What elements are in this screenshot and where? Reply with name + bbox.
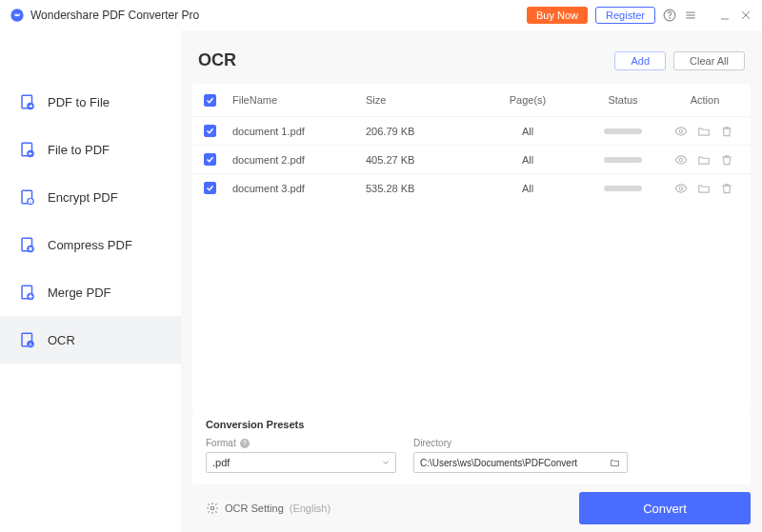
select-all-checkbox[interactable] <box>204 94 216 107</box>
file-table: FileName Size Page(s) Status Action docu… <box>192 84 751 409</box>
sidebar-item-file-to-pdf[interactable]: File to PDF <box>0 126 181 173</box>
file-size: 206.79 KB <box>366 126 480 137</box>
file-status <box>575 157 671 163</box>
app-logo <box>10 8 25 23</box>
ocr-language: (English) <box>290 502 331 514</box>
row-checkbox[interactable] <box>204 125 216 137</box>
svg-point-23 <box>679 129 683 133</box>
app-body: PDF to File File to PDF Encrypt PDF Comp… <box>0 30 762 532</box>
folder-icon[interactable] <box>697 125 711 138</box>
add-button[interactable]: Add <box>614 51 666 70</box>
sidebar-item-compress-pdf[interactable]: Compress PDF <box>0 221 181 268</box>
sidebar: PDF to File File to PDF Encrypt PDF Comp… <box>0 30 181 532</box>
directory-label: Directory <box>413 438 628 448</box>
buy-now-button[interactable]: Buy Now <box>527 7 588 24</box>
col-header-status: Status <box>575 94 671 106</box>
file-status <box>575 186 671 191</box>
svg-text:A: A <box>29 342 32 347</box>
directory-value: C:\Users\ws\Documents\PDFConvert <box>420 458 610 468</box>
preview-icon[interactable] <box>674 153 688 167</box>
svg-point-26 <box>211 506 214 510</box>
ocr-setting-label: OCR Setting <box>225 502 284 514</box>
file-pages[interactable]: All <box>480 183 575 194</box>
sidebar-item-label: Compress PDF <box>48 238 132 252</box>
titlebar: Wondershare PDF Converter Pro Buy Now Re… <box>0 0 762 30</box>
delete-icon[interactable] <box>720 125 733 138</box>
main-header: OCR Add Clear All <box>181 30 762 76</box>
ocr-icon: A <box>19 331 36 348</box>
format-label: Format? <box>206 438 396 448</box>
ocr-setting-link[interactable]: OCR Setting (English) <box>206 502 579 515</box>
register-button[interactable]: Register <box>595 7 655 24</box>
file-name: document 1.pdf <box>232 126 366 137</box>
file-size: 535.28 KB <box>366 183 480 194</box>
close-icon[interactable] <box>739 9 752 22</box>
format-select[interactable]: .pdf <box>206 452 396 473</box>
delete-icon[interactable] <box>720 182 733 195</box>
table-header: FileName Size Page(s) Status Action <box>192 84 751 116</box>
page-title: OCR <box>198 50 607 70</box>
encrypt-pdf-icon <box>19 188 36 206</box>
directory-input[interactable]: C:\Users\ws\Documents\PDFConvert <box>413 452 628 473</box>
preview-icon[interactable] <box>674 182 688 195</box>
sidebar-item-encrypt-pdf[interactable]: Encrypt PDF <box>0 173 181 221</box>
merge-pdf-icon <box>19 284 36 301</box>
clear-all-button[interactable]: Clear All <box>673 51 745 70</box>
file-pages[interactable]: All <box>480 126 575 137</box>
footer: OCR Setting (English) Convert <box>181 484 762 532</box>
sidebar-item-pdf-to-file[interactable]: PDF to File <box>0 78 181 126</box>
file-status <box>575 128 671 134</box>
folder-icon[interactable] <box>697 182 711 195</box>
sidebar-item-ocr[interactable]: A OCR <box>0 316 181 364</box>
file-name: document 2.pdf <box>232 154 366 166</box>
table-row: document 2.pdf405.27 KBAll <box>192 145 751 173</box>
col-header-action: Action <box>671 94 739 106</box>
sidebar-item-label: Encrypt PDF <box>48 190 118 205</box>
file-pages[interactable]: All <box>480 154 575 166</box>
app-title: Wondershare PDF Converter Pro <box>30 9 527 22</box>
help-icon[interactable]: ? <box>240 439 250 448</box>
delete-icon[interactable] <box>720 153 733 167</box>
folder-open-icon <box>610 457 621 468</box>
col-header-size: Size <box>366 94 480 106</box>
col-header-pages: Page(s) <box>480 94 575 106</box>
preview-icon[interactable] <box>674 125 688 138</box>
file-to-pdf-icon <box>19 141 36 158</box>
conversion-presets: Conversion Presets Format? .pdf Director… <box>192 409 751 484</box>
chevron-down-icon <box>382 459 390 466</box>
sidebar-item-label: OCR <box>48 333 75 347</box>
help-icon[interactable] <box>663 9 676 22</box>
minimize-icon[interactable] <box>718 9 732 22</box>
svg-point-2 <box>670 18 671 19</box>
table-row: document 3.pdf535.28 KBAll <box>192 173 751 202</box>
sidebar-item-label: Merge PDF <box>48 286 110 300</box>
main-panel: OCR Add Clear All FileName Size Page(s) … <box>181 30 762 532</box>
convert-button[interactable]: Convert <box>579 492 751 524</box>
svg-point-24 <box>679 158 683 162</box>
row-checkbox[interactable] <box>204 153 216 166</box>
compress-pdf-icon <box>19 236 36 253</box>
folder-icon[interactable] <box>697 153 711 167</box>
gear-icon <box>206 502 219 515</box>
menu-icon[interactable] <box>684 9 697 22</box>
col-header-name: FileName <box>232 94 366 106</box>
presets-title: Conversion Presets <box>206 419 737 430</box>
sidebar-item-label: PDF to File <box>48 95 110 109</box>
file-size: 405.27 KB <box>366 154 480 166</box>
sidebar-item-label: File to PDF <box>48 143 110 157</box>
titlebar-actions: Buy Now Register <box>527 7 752 24</box>
pdf-to-file-icon <box>19 93 36 110</box>
file-name: document 3.pdf <box>232 183 366 194</box>
table-row: document 1.pdf206.79 KBAll <box>192 116 751 145</box>
row-checkbox[interactable] <box>204 182 216 194</box>
format-value: .pdf <box>212 457 230 468</box>
svg-point-25 <box>679 187 683 190</box>
sidebar-item-merge-pdf[interactable]: Merge PDF <box>0 268 181 316</box>
